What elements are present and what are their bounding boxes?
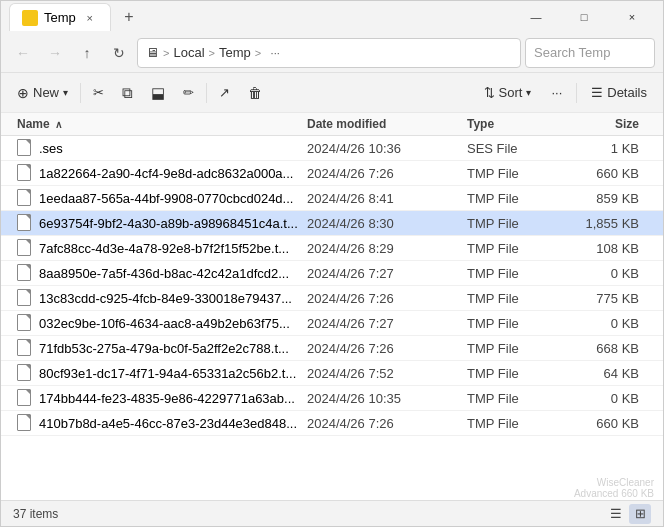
- list-view-button[interactable]: ☰: [605, 504, 627, 524]
- title-bar: Temp × + — □ ×: [1, 1, 663, 33]
- table-row[interactable]: 1a822664-2a90-4cf4-9e8d-adc8632a000a... …: [1, 161, 663, 186]
- file-type: TMP File: [467, 416, 567, 431]
- sort-button[interactable]: ⇅ Sort ▾: [476, 79, 540, 107]
- file-date: 2024/4/26 7:27: [307, 316, 467, 331]
- file-rows: .ses 2024/4/26 10:36 SES File 1 KB 1a822…: [1, 136, 663, 436]
- rename-icon: ✏: [183, 85, 194, 100]
- crumb-temp[interactable]: Temp: [219, 45, 251, 60]
- file-name-text: 13c83cdd-c925-4fcb-84e9-330018e79437...: [39, 291, 292, 306]
- more-paths-button[interactable]: ···: [265, 43, 285, 63]
- file-date: 2024/4/26 8:29: [307, 241, 467, 256]
- file-name-cell: 1eedaa87-565a-44bf-9908-0770cbcd024d...: [17, 189, 307, 207]
- up-button[interactable]: ↑: [73, 39, 101, 67]
- minimize-button[interactable]: —: [513, 1, 559, 33]
- file-icon: [17, 264, 33, 282]
- file-date: 2024/4/26 7:26: [307, 341, 467, 356]
- new-label: New: [33, 85, 59, 100]
- maximize-button[interactable]: □: [561, 1, 607, 33]
- file-date: 2024/4/26 8:30: [307, 216, 467, 231]
- copy-button[interactable]: ⧉: [114, 79, 141, 107]
- details-button[interactable]: ☰ Details: [583, 79, 655, 107]
- forward-button[interactable]: →: [41, 39, 69, 67]
- search-box[interactable]: Search Temp: [525, 38, 655, 68]
- file-date: 2024/4/26 7:26: [307, 291, 467, 306]
- copy-icon: ⧉: [122, 84, 133, 102]
- delete-button[interactable]: 🗑: [240, 79, 270, 107]
- item-count: 37 items: [13, 507, 58, 521]
- file-size: 775 KB: [567, 291, 647, 306]
- file-icon: [17, 339, 33, 357]
- tab-close-button[interactable]: ×: [82, 10, 98, 26]
- rename-button[interactable]: ✏: [175, 79, 202, 107]
- header-date[interactable]: Date modified: [307, 117, 467, 131]
- file-name-text: 80cf93e1-dc17-4f71-94a4-65331a2c56b2.t..…: [39, 366, 296, 381]
- details-view-button[interactable]: ⊞: [629, 504, 651, 524]
- cut-button[interactable]: ✂: [85, 79, 112, 107]
- file-icon: [17, 314, 33, 332]
- window-controls: — □ ×: [513, 1, 655, 33]
- file-name-cell: 8aa8950e-7a5f-436d-b8ac-42c42a1dfcd2...: [17, 264, 307, 282]
- file-date: 2024/4/26 7:52: [307, 366, 467, 381]
- file-size: 859 KB: [567, 191, 647, 206]
- file-name-cell: 410b7b8d-a4e5-46cc-87e3-23d44e3ed848...: [17, 414, 307, 432]
- file-type: TMP File: [467, 341, 567, 356]
- file-name-text: 1eedaa87-565a-44bf-9908-0770cbcd024d...: [39, 191, 293, 206]
- file-date: 2024/4/26 7:27: [307, 266, 467, 281]
- file-name-text: 8aa8950e-7a5f-436d-b8ac-42c42a1dfcd2...: [39, 266, 289, 281]
- file-size: 668 KB: [567, 341, 647, 356]
- table-row[interactable]: 410b7b8d-a4e5-46cc-87e3-23d44e3ed848... …: [1, 411, 663, 436]
- crumb-local[interactable]: Local: [173, 45, 204, 60]
- file-size: 108 KB: [567, 241, 647, 256]
- table-row[interactable]: 6e93754f-9bf2-4a30-a89b-a98968451c4a.t..…: [1, 211, 663, 236]
- file-icon: [17, 214, 33, 232]
- file-name-cell: .ses: [17, 139, 307, 157]
- file-icon: [17, 364, 33, 382]
- table-row[interactable]: 1eedaa87-565a-44bf-9908-0770cbcd024d... …: [1, 186, 663, 211]
- file-icon: [17, 189, 33, 207]
- file-size: 660 KB: [567, 166, 647, 181]
- file-type: TMP File: [467, 191, 567, 206]
- file-name-text: 174bb444-fe23-4835-9e86-4229771a63ab...: [39, 391, 295, 406]
- table-row[interactable]: 80cf93e1-dc17-4f71-94a4-65331a2c56b2.t..…: [1, 361, 663, 386]
- file-name-cell: 13c83cdd-c925-4fcb-84e9-330018e79437...: [17, 289, 307, 307]
- table-row[interactable]: 13c83cdd-c925-4fcb-84e9-330018e79437... …: [1, 286, 663, 311]
- file-name-cell: 71fdb53c-275a-479a-bc0f-5a2ff2e2c788.t..…: [17, 339, 307, 357]
- table-row[interactable]: 8aa8950e-7a5f-436d-b8ac-42c42a1dfcd2... …: [1, 261, 663, 286]
- paste-button[interactable]: ⬓: [143, 79, 173, 107]
- file-size: 0 KB: [567, 316, 647, 331]
- file-icon: [17, 289, 33, 307]
- share-icon: ↗: [219, 85, 230, 100]
- file-type: TMP File: [467, 291, 567, 306]
- file-type: TMP File: [467, 266, 567, 281]
- file-name-cell: 6e93754f-9bf2-4a30-a89b-a98968451c4a.t..…: [17, 214, 307, 232]
- header-size[interactable]: Size: [567, 117, 647, 131]
- table-row[interactable]: 174bb444-fe23-4835-9e86-4229771a63ab... …: [1, 386, 663, 411]
- new-tab-button[interactable]: +: [115, 3, 143, 31]
- address-bar[interactable]: 🖥 > Local > Temp > ···: [137, 38, 521, 68]
- file-type: SES File: [467, 141, 567, 156]
- new-button[interactable]: ⊕ New ▾: [9, 79, 76, 107]
- table-row[interactable]: 7afc88cc-4d3e-4a78-92e8-b7f2f15f52be.t..…: [1, 236, 663, 261]
- table-row[interactable]: 032ec9be-10f6-4634-aac8-a49b2eb63f75... …: [1, 311, 663, 336]
- table-row[interactable]: .ses 2024/4/26 10:36 SES File 1 KB: [1, 136, 663, 161]
- toolbar: ⊕ New ▾ ✂ ⧉ ⬓ ✏ ↗ 🗑 ⇅ Sort ▾ ··· ☰ Detai…: [1, 73, 663, 113]
- details-label: Details: [607, 85, 647, 100]
- file-name-text: 7afc88cc-4d3e-4a78-92e8-b7f2f15f52be.t..…: [39, 241, 289, 256]
- share-button[interactable]: ↗: [211, 79, 238, 107]
- refresh-button[interactable]: ↻: [105, 39, 133, 67]
- file-icon: [17, 164, 33, 182]
- back-button[interactable]: ←: [9, 39, 37, 67]
- table-row[interactable]: 71fdb53c-275a-479a-bc0f-5a2ff2e2c788.t..…: [1, 336, 663, 361]
- file-name-cell: 032ec9be-10f6-4634-aac8-a49b2eb63f75...: [17, 314, 307, 332]
- close-button[interactable]: ×: [609, 1, 655, 33]
- file-name-text: 410b7b8d-a4e5-46cc-87e3-23d44e3ed848...: [39, 416, 297, 431]
- file-icon: [17, 239, 33, 257]
- file-date: 2024/4/26 7:26: [307, 416, 467, 431]
- breadcrumb: 🖥 > Local > Temp >: [146, 45, 261, 60]
- sort-label: Sort: [499, 85, 523, 100]
- more-options-button[interactable]: ···: [543, 79, 570, 107]
- header-type[interactable]: Type: [467, 117, 567, 131]
- header-name[interactable]: Name ∧: [17, 117, 307, 131]
- search-placeholder: Search Temp: [534, 45, 610, 60]
- tab-temp[interactable]: Temp ×: [9, 3, 111, 31]
